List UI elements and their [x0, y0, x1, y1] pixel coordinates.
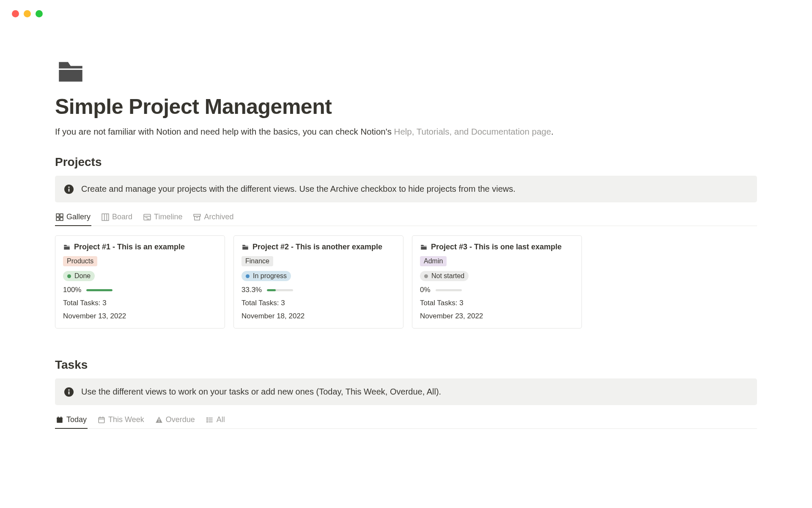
- svg-point-2: [68, 186, 69, 188]
- project-card-title: Project #1 - This is an example: [63, 243, 217, 251]
- window-close-button[interactable]: [12, 10, 19, 17]
- projects-tabs: Gallery Board Timeline Archived: [55, 213, 757, 226]
- tab-label: Overdue: [166, 415, 195, 424]
- progress-bar: [86, 289, 112, 291]
- page-title: Simple Project Management: [55, 94, 757, 119]
- project-card-title: Project #2 - This is another example: [241, 243, 395, 251]
- project-progress: 33.3%: [241, 286, 395, 294]
- status-label: Not started: [431, 272, 464, 280]
- progress-bar: [267, 289, 293, 291]
- progress-percent: 100%: [63, 286, 81, 294]
- project-title-text: Project #1 - This is an example: [74, 243, 185, 251]
- tab-gallery[interactable]: Gallery: [55, 213, 91, 226]
- project-status-badge: In progress: [241, 271, 291, 281]
- tab-timeline[interactable]: Timeline: [143, 213, 183, 226]
- svg-rect-3: [56, 214, 59, 217]
- intro-text-pre: If you are not familiar with Notion and …: [55, 127, 394, 136]
- svg-rect-5: [56, 218, 59, 221]
- project-title-text: Project #3 - This is one last example: [431, 243, 562, 251]
- tab-board[interactable]: Board: [101, 213, 133, 226]
- page-intro: If you are not familiar with Notion and …: [55, 127, 757, 137]
- svg-rect-7: [102, 214, 109, 221]
- svg-rect-22: [58, 417, 59, 418]
- calendar-today-icon: [56, 416, 63, 424]
- svg-rect-28: [159, 418, 159, 420]
- folder-icon: [420, 243, 428, 251]
- progress-fill: [86, 289, 112, 291]
- status-label: Done: [74, 272, 91, 280]
- status-dot: [67, 274, 71, 278]
- projects-callout-text: Create and manage your projects with the…: [81, 184, 516, 194]
- tab-label: Timeline: [154, 213, 182, 221]
- tab-label: Board: [112, 213, 132, 221]
- tab-label: Archived: [204, 213, 233, 221]
- svg-point-35: [207, 421, 208, 422]
- warning-icon: [155, 416, 163, 424]
- project-progress: 100%: [63, 286, 217, 294]
- svg-rect-4: [60, 214, 63, 217]
- project-category-tag: Finance: [241, 256, 273, 266]
- project-total-tasks: Total Tasks: 3: [63, 299, 217, 307]
- svg-rect-18: [69, 391, 70, 394]
- projects-callout: Create and manage your projects with the…: [55, 176, 757, 202]
- project-card[interactable]: Project #2 - This is another example Fin…: [233, 235, 403, 329]
- info-icon: [64, 387, 74, 397]
- tab-this-week[interactable]: This Week: [97, 415, 145, 428]
- project-date: November 23, 2022: [420, 312, 574, 320]
- project-card[interactable]: Project #1 - This is an example Products…: [55, 235, 225, 329]
- project-card-title: Project #3 - This is one last example: [420, 243, 574, 251]
- project-total-tasks: Total Tasks: 3: [241, 299, 395, 307]
- status-dot: [246, 274, 250, 278]
- svg-rect-21: [57, 417, 63, 419]
- tab-today[interactable]: Today: [55, 415, 88, 428]
- svg-point-34: [207, 420, 208, 420]
- projects-heading: Projects: [55, 155, 757, 169]
- timeline-icon: [143, 213, 151, 221]
- svg-point-33: [207, 417, 208, 418]
- tab-label: Gallery: [66, 213, 91, 221]
- intro-text-post: .: [551, 127, 554, 136]
- svg-rect-15: [195, 216, 200, 220]
- project-category-tag: Admin: [420, 256, 447, 266]
- project-title-text: Project #2 - This is another example: [252, 243, 382, 251]
- progress-percent: 33.3%: [241, 286, 262, 294]
- intro-link[interactable]: Help, Tutorials, and Documentation page: [394, 127, 551, 136]
- tasks-tabs: Today This Week Overdue All: [55, 415, 757, 429]
- progress-percent: 0%: [420, 286, 431, 294]
- project-category-tag: Products: [63, 256, 97, 266]
- project-card[interactable]: Project #3 - This is one last example Ad…: [412, 235, 582, 329]
- tasks-callout-text: Use the different views to work on your …: [81, 387, 441, 397]
- tab-overdue[interactable]: Overdue: [154, 415, 196, 428]
- tasks-callout: Use the different views to work on your …: [55, 378, 757, 405]
- window-maximize-button[interactable]: [36, 10, 43, 17]
- svg-point-19: [68, 389, 69, 390]
- progress-bar: [436, 289, 462, 291]
- status-dot: [424, 274, 428, 278]
- svg-rect-6: [60, 218, 63, 221]
- list-icon: [206, 416, 214, 424]
- tab-label: Today: [66, 415, 87, 424]
- folder-icon: [241, 243, 249, 251]
- tasks-heading: Tasks: [55, 358, 757, 372]
- window-controls: [0, 0, 812, 17]
- project-date: November 18, 2022: [241, 312, 395, 320]
- project-progress: 0%: [420, 286, 574, 294]
- projects-gallery: Project #1 - This is an example Products…: [55, 235, 757, 329]
- page-icon-folder[interactable]: [55, 55, 86, 87]
- tab-label: This Week: [108, 415, 144, 424]
- board-icon: [102, 213, 109, 221]
- project-date: November 13, 2022: [63, 312, 217, 320]
- archive-icon: [193, 213, 201, 221]
- tab-label: All: [217, 415, 225, 424]
- progress-fill: [267, 289, 275, 291]
- project-status-badge: Done: [63, 271, 95, 281]
- project-total-tasks: Total Tasks: 3: [420, 299, 574, 307]
- tab-archived[interactable]: Archived: [192, 213, 234, 226]
- gallery-icon: [56, 213, 63, 221]
- folder-icon: [63, 243, 71, 251]
- window-minimize-button[interactable]: [24, 10, 31, 17]
- svg-rect-23: [60, 417, 61, 418]
- tab-all[interactable]: All: [205, 415, 226, 428]
- status-label: In progress: [253, 272, 287, 280]
- svg-point-29: [159, 421, 159, 422]
